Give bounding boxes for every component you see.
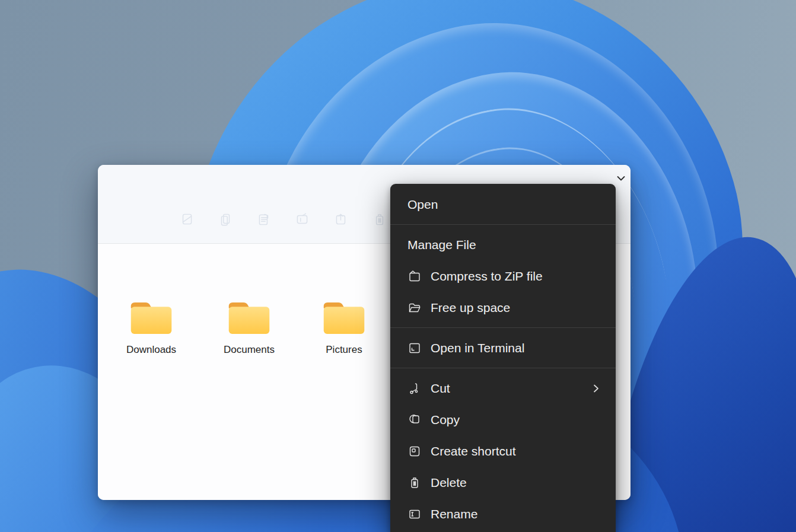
menu-item-label: Manage File	[407, 238, 476, 252]
cut-icon	[407, 381, 422, 396]
menu-item-label: Rename	[431, 507, 477, 521]
copy-icon[interactable]	[218, 212, 233, 230]
menu-item-open-in-terminal[interactable]: Open in Terminal	[390, 332, 616, 364]
compress-icon	[407, 269, 422, 283]
command-bar-icons	[179, 212, 387, 230]
menu-item-cut[interactable]: Cut	[390, 372, 616, 404]
menu-item-rename[interactable]: Rename	[390, 498, 616, 530]
menu-item-create-shortcut[interactable]: Create shortcut	[390, 435, 616, 467]
menu-item-delete[interactable]: Delete	[390, 467, 616, 498]
chevron-down-icon	[616, 174, 626, 184]
menu-item-free-up-space[interactable]: Free up space	[390, 292, 616, 323]
menu-separator	[390, 368, 616, 368]
collapse-commandbar-button[interactable]	[613, 172, 629, 186]
folder-label: Pictures	[326, 344, 362, 356]
menu-item-label: Delete	[431, 476, 467, 490]
menu-item-label: Free up space	[431, 301, 510, 315]
delete-icon[interactable]	[372, 212, 387, 230]
menu-item-label: Open in Terminal	[431, 341, 524, 355]
folder-label: Documents	[224, 344, 275, 356]
folder-tile-pictures[interactable]: Pictures	[300, 300, 389, 356]
cut-icon[interactable]	[179, 212, 195, 230]
menu-item-label: Open	[407, 197, 438, 212]
folder-tile-downloads[interactable]: Downloads	[107, 300, 196, 356]
delete-icon	[407, 476, 422, 490]
menu-separator	[390, 224, 616, 225]
menu-item-copy[interactable]: Copy	[390, 404, 616, 435]
rename-icon[interactable]	[295, 212, 310, 230]
share-icon[interactable]	[333, 212, 349, 230]
rename-icon	[407, 507, 422, 521]
menu-item-label: Create shortcut	[431, 444, 516, 458]
menu-item-label: Cut	[431, 381, 450, 396]
menu-item-manage-file[interactable]: Manage File	[390, 229, 616, 260]
free-up-space-icon	[407, 301, 422, 315]
paste-icon[interactable]	[256, 212, 272, 230]
terminal-icon	[407, 341, 422, 355]
create-shortcut-icon	[407, 444, 422, 458]
folder-label: Downloads	[126, 344, 176, 356]
menu-item-open[interactable]: Open	[390, 189, 616, 220]
folder-icon	[225, 300, 273, 339]
folder-tile-documents[interactable]: Documents	[205, 300, 294, 356]
menu-item-label: Compress to ZiP file	[431, 269, 543, 283]
folder-icon	[320, 300, 368, 339]
folder-icon	[128, 300, 175, 339]
context-menu: Open Manage File Compress to ZiP file Fr…	[390, 184, 616, 532]
submenu-chevron-right-icon	[592, 383, 600, 394]
copy-icon	[407, 413, 422, 427]
menu-item-label: Copy	[431, 413, 460, 427]
menu-separator	[390, 327, 616, 328]
menu-item-compress-to-zip[interactable]: Compress to ZiP file	[390, 260, 616, 292]
